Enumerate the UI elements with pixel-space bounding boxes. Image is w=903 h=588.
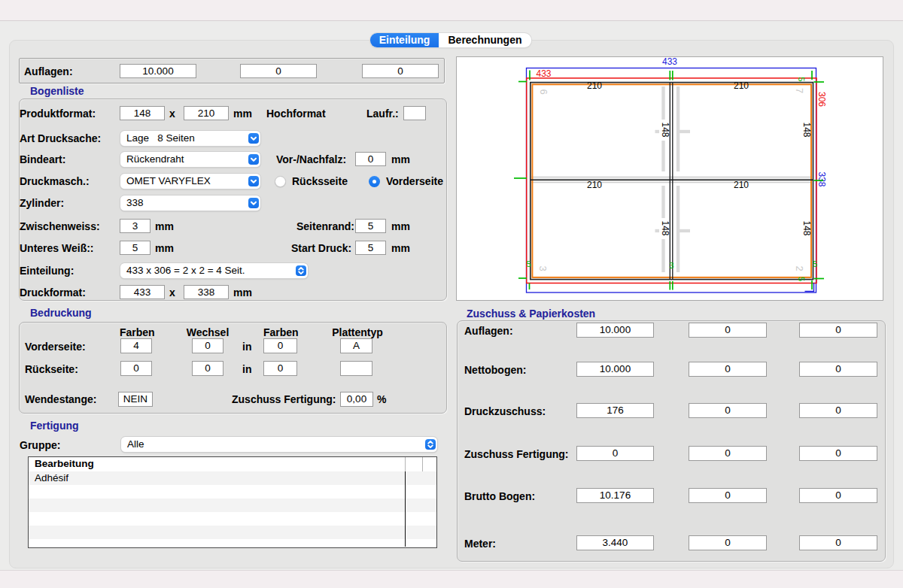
svg-text:148: 148 (660, 122, 670, 137)
svg-text:306: 306 (816, 92, 827, 107)
svg-text:2: 2 (794, 265, 805, 271)
svg-text:5: 5 (797, 77, 806, 81)
svg-text:3: 3 (670, 261, 674, 270)
svg-text:5: 5 (797, 277, 806, 281)
svg-text:433: 433 (662, 56, 677, 67)
svg-text:210: 210 (734, 180, 749, 190)
svg-text:148: 148 (801, 220, 812, 235)
svg-text:433: 433 (536, 68, 551, 79)
svg-text:7: 7 (794, 88, 805, 93)
svg-text:5: 5 (813, 259, 817, 268)
svg-text:210: 210 (587, 180, 602, 190)
svg-text:210: 210 (734, 80, 749, 91)
svg-text:148: 148 (660, 220, 670, 235)
svg-text:338: 338 (816, 171, 827, 186)
svg-text:6: 6 (538, 89, 549, 94)
svg-text:210: 210 (587, 80, 602, 91)
svg-text:3: 3 (537, 265, 549, 271)
svg-text:5: 5 (527, 259, 531, 268)
svg-text:148: 148 (801, 122, 812, 137)
